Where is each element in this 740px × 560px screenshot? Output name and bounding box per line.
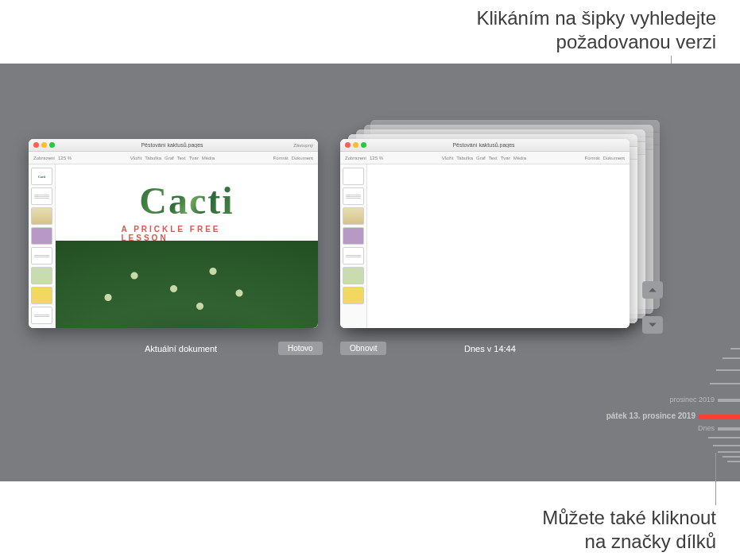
slide-thumb[interactable] bbox=[31, 267, 52, 284]
next-version-button[interactable] bbox=[642, 316, 663, 334]
cactus-image bbox=[56, 241, 318, 328]
slides-sidebar: Cacti bbox=[29, 164, 56, 328]
content-area: Cacti Cacti A Prickle Free Lesson bbox=[29, 164, 318, 328]
toolbar-text[interactable]: Text bbox=[177, 156, 186, 160]
toolbar-document[interactable]: Dokument bbox=[292, 156, 313, 160]
previous-version-button[interactable] bbox=[642, 281, 663, 299]
slide-thumb[interactable] bbox=[343, 267, 364, 284]
slide-thumb[interactable] bbox=[31, 207, 52, 225]
callout-ticks-line2: na značky dílků bbox=[542, 530, 716, 554]
window-title: Pěstování kaktusů.pages bbox=[369, 142, 599, 148]
version-browser: Pěstování kaktusů.pages Zástupný Zobraze… bbox=[0, 64, 740, 481]
version-timeline: prosinec 2019 pátek 13. prosince 2019 Dn… bbox=[668, 326, 740, 469]
slide-thumb[interactable] bbox=[31, 247, 52, 265]
toolbar-media[interactable]: Média bbox=[202, 156, 215, 160]
toolbar-shape[interactable]: Tvar bbox=[501, 156, 510, 160]
toolbar: Zobrazení 125 % Vložit Tabulka Graf Text… bbox=[340, 152, 630, 164]
slide-thumb[interactable] bbox=[343, 187, 364, 205]
timeline-tick[interactable] bbox=[723, 456, 740, 458]
slide-thumb[interactable] bbox=[343, 287, 364, 304]
toolbar-chart[interactable]: Graf bbox=[165, 156, 174, 160]
slide-thumb[interactable] bbox=[31, 227, 52, 245]
callout-arrows-line2: požadovanou verzi bbox=[477, 30, 716, 54]
callout-ticks: Můžete také kliknout na značky dílků bbox=[542, 506, 716, 554]
window-title: Pěstování kaktusů.pages bbox=[57, 142, 287, 148]
timeline-tick[interactable] bbox=[718, 427, 740, 431]
share-label: Zástupný bbox=[289, 143, 313, 148]
page-title: Cacti bbox=[139, 179, 234, 222]
done-button[interactable]: Hotovo bbox=[278, 342, 323, 355]
leader-line-bottom bbox=[715, 453, 716, 505]
restore-button[interactable]: Obnovit bbox=[340, 342, 386, 355]
titlebar: Pěstování kaktusů.pages bbox=[340, 139, 630, 152]
toolbar: Zobrazení 125 % Vložit Tabulka Graf Text… bbox=[29, 152, 318, 164]
callout-ticks-line1: Můžete také kliknout bbox=[542, 506, 716, 530]
toolbar-view[interactable]: Zobrazení bbox=[345, 156, 366, 160]
timeline-tick[interactable] bbox=[710, 383, 740, 384]
toolbar-table[interactable]: Tabulka bbox=[145, 156, 161, 160]
toolbar-document[interactable]: Dokument bbox=[603, 156, 625, 160]
toolbar-insert[interactable]: Vložit bbox=[130, 156, 142, 160]
slide-thumb[interactable] bbox=[343, 168, 364, 185]
close-icon[interactable] bbox=[345, 142, 351, 148]
timeline-tick[interactable] bbox=[723, 357, 740, 359]
page-subtitle: A Prickle Free Lesson bbox=[122, 225, 253, 242]
chevron-up-icon bbox=[648, 285, 657, 295]
close-icon[interactable] bbox=[33, 142, 39, 148]
timeline-tick[interactable] bbox=[718, 399, 740, 402]
version-timestamp-label: Dnes v 14:44 bbox=[464, 344, 516, 353]
minimize-icon[interactable] bbox=[41, 142, 47, 148]
zoom-icon[interactable] bbox=[49, 142, 55, 148]
toolbar-format[interactable]: Formát bbox=[585, 156, 600, 160]
timeline-tick[interactable] bbox=[718, 451, 740, 453]
callout-arrows-line1: Klikáním na šipky vyhledejte bbox=[477, 6, 716, 30]
slide-thumb[interactable] bbox=[31, 187, 52, 205]
toolbar-table[interactable]: Tabulka bbox=[456, 156, 473, 160]
document-canvas[interactable]: Cacti A Prickle Free Lesson bbox=[56, 164, 318, 328]
slide-thumb[interactable] bbox=[343, 247, 364, 265]
document-canvas[interactable] bbox=[367, 164, 630, 328]
slides-sidebar bbox=[340, 164, 367, 328]
timeline-tick-selected[interactable] bbox=[699, 415, 740, 419]
toolbar-view[interactable]: Zobrazení bbox=[33, 156, 55, 160]
timeline-tick[interactable] bbox=[727, 461, 740, 462]
timeline-tick[interactable] bbox=[730, 348, 740, 350]
slide-thumb[interactable] bbox=[31, 287, 52, 304]
slide-thumb[interactable] bbox=[343, 227, 364, 245]
callout-arrows: Klikáním na šipky vyhledejte požadovanou… bbox=[477, 6, 716, 54]
toolbar-zoom[interactable]: 125 % bbox=[370, 156, 383, 160]
toolbar-insert[interactable]: Vložit bbox=[442, 156, 454, 160]
toolbar-shape[interactable]: Tvar bbox=[189, 156, 199, 160]
version-document-window: Pěstování kaktusů.pages Zobrazení 125 % … bbox=[340, 139, 630, 328]
timeline-selected-label: pátek 13. prosince 2019 bbox=[606, 411, 695, 420]
timeline-tick[interactable] bbox=[713, 445, 740, 446]
toolbar-media[interactable]: Média bbox=[513, 156, 526, 160]
toolbar-text[interactable]: Text bbox=[489, 156, 498, 160]
slide-thumb[interactable] bbox=[31, 307, 52, 324]
content-area bbox=[340, 164, 630, 328]
toolbar-zoom[interactable]: 125 % bbox=[58, 156, 72, 160]
slide-thumb[interactable] bbox=[343, 207, 364, 225]
current-document-window: Pěstování kaktusů.pages Zástupný Zobraze… bbox=[29, 139, 318, 328]
zoom-icon[interactable] bbox=[361, 142, 366, 148]
timeline-tick[interactable] bbox=[716, 369, 740, 371]
titlebar: Pěstování kaktusů.pages Zástupný bbox=[29, 139, 318, 152]
minimize-icon[interactable] bbox=[353, 142, 358, 148]
timeline-month-label: prosinec 2019 bbox=[669, 396, 715, 404]
timeline-today-label: Dnes bbox=[698, 424, 715, 432]
slide-thumb[interactable]: Cacti bbox=[31, 168, 52, 185]
toolbar-format[interactable]: Formát bbox=[273, 156, 289, 160]
current-document-label: Aktuální dokument bbox=[145, 344, 217, 353]
timeline-tick[interactable] bbox=[708, 437, 740, 438]
chevron-down-icon bbox=[648, 320, 657, 330]
toolbar-chart[interactable]: Graf bbox=[476, 156, 486, 160]
